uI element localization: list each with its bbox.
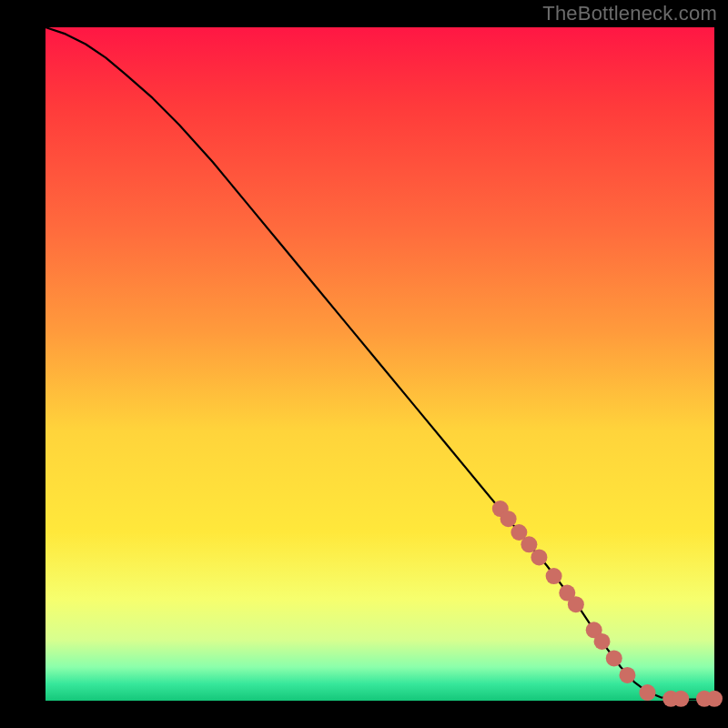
data-point <box>706 691 723 707</box>
data-point <box>531 549 547 565</box>
data-point <box>606 650 622 666</box>
data-point <box>672 691 689 707</box>
watermark-text: TheBottleneck.com <box>542 2 717 25</box>
data-point <box>568 596 584 612</box>
data-point <box>594 633 611 650</box>
data-point <box>521 536 537 552</box>
data-point <box>640 684 656 701</box>
bottleneck-chart <box>0 0 728 728</box>
data-point <box>500 511 517 527</box>
data-point <box>546 568 562 584</box>
data-point <box>619 667 635 683</box>
